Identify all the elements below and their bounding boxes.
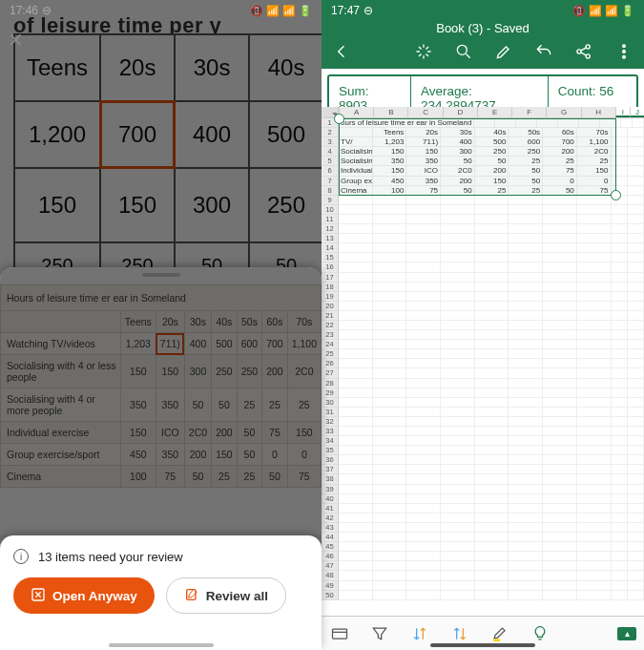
cell[interactable] bbox=[475, 485, 509, 494]
cell[interactable] bbox=[509, 311, 543, 321]
cell[interactable] bbox=[577, 359, 612, 368]
ideas-icon[interactable] bbox=[530, 623, 551, 644]
cell[interactable] bbox=[373, 581, 407, 591]
cell[interactable] bbox=[339, 427, 373, 436]
cell[interactable] bbox=[612, 283, 628, 292]
cell[interactable] bbox=[475, 302, 509, 311]
row-number[interactable]: 35 bbox=[322, 446, 339, 455]
cell[interactable] bbox=[339, 243, 373, 253]
cell[interactable] bbox=[612, 321, 628, 330]
cell[interactable] bbox=[475, 311, 509, 321]
open-anyway-button[interactable]: Open Anyway bbox=[13, 577, 155, 614]
cell[interactable] bbox=[577, 302, 612, 311]
row-number[interactable]: 5 bbox=[322, 157, 339, 166]
cell[interactable] bbox=[577, 552, 612, 561]
row-number[interactable]: 26 bbox=[322, 359, 339, 368]
cell[interactable] bbox=[406, 398, 441, 408]
cell[interactable] bbox=[577, 485, 612, 494]
row-number[interactable]: 30 bbox=[322, 398, 339, 408]
cell[interactable] bbox=[509, 417, 543, 427]
cell[interactable] bbox=[543, 533, 577, 542]
cell[interactable]: ICO bbox=[406, 166, 441, 176]
row-number[interactable]: 7 bbox=[322, 177, 339, 186]
cell[interactable] bbox=[339, 205, 373, 215]
cell[interactable] bbox=[406, 427, 441, 436]
cell[interactable] bbox=[441, 349, 475, 359]
cell[interactable] bbox=[612, 474, 628, 484]
cell[interactable] bbox=[537, 118, 558, 128]
cell[interactable] bbox=[612, 485, 628, 494]
cell[interactable] bbox=[509, 321, 543, 330]
cell[interactable] bbox=[441, 273, 475, 283]
cell[interactable] bbox=[628, 368, 644, 378]
cell[interactable] bbox=[441, 302, 475, 311]
cell[interactable] bbox=[628, 137, 644, 147]
cell[interactable] bbox=[406, 494, 441, 504]
cell[interactable] bbox=[475, 561, 509, 571]
cell[interactable] bbox=[406, 349, 441, 359]
cell[interactable] bbox=[475, 494, 509, 504]
review-all-button[interactable]: Review all bbox=[166, 577, 286, 614]
cell[interactable] bbox=[509, 581, 543, 591]
cell[interactable] bbox=[543, 224, 577, 234]
cell[interactable] bbox=[441, 398, 475, 408]
cell[interactable] bbox=[543, 581, 577, 591]
cell[interactable] bbox=[441, 283, 475, 292]
home-indicator[interactable] bbox=[430, 643, 535, 647]
cell[interactable] bbox=[612, 494, 628, 504]
cell[interactable] bbox=[577, 321, 612, 330]
cell[interactable] bbox=[509, 514, 543, 523]
cell[interactable] bbox=[543, 494, 577, 504]
cell[interactable] bbox=[373, 533, 407, 542]
cell[interactable] bbox=[628, 349, 644, 359]
cell[interactable]: 75 bbox=[406, 186, 441, 196]
cell[interactable]: 30s bbox=[441, 128, 475, 137]
cell[interactable] bbox=[475, 398, 509, 408]
cell[interactable] bbox=[628, 177, 644, 186]
cell[interactable] bbox=[612, 137, 628, 147]
cell[interactable] bbox=[612, 552, 628, 561]
cell[interactable] bbox=[628, 273, 644, 283]
cell[interactable] bbox=[558, 118, 579, 128]
cell[interactable] bbox=[406, 446, 441, 455]
more-icon[interactable] bbox=[613, 41, 634, 62]
row-number[interactable]: 42 bbox=[322, 514, 339, 523]
cell[interactable] bbox=[373, 292, 407, 302]
cell[interactable] bbox=[577, 494, 612, 504]
cell[interactable] bbox=[441, 368, 475, 378]
cell[interactable] bbox=[339, 542, 373, 552]
cell[interactable] bbox=[373, 321, 407, 330]
cell[interactable] bbox=[441, 446, 475, 455]
cell[interactable] bbox=[543, 485, 577, 494]
cell[interactable] bbox=[509, 504, 543, 514]
cell[interactable] bbox=[612, 234, 628, 243]
cell[interactable] bbox=[628, 330, 644, 340]
cell[interactable] bbox=[509, 302, 543, 311]
row-number[interactable]: 15 bbox=[322, 253, 339, 262]
cell[interactable] bbox=[441, 494, 475, 504]
cell[interactable] bbox=[543, 436, 577, 446]
column-header[interactable]: J bbox=[630, 107, 644, 117]
cell[interactable] bbox=[373, 436, 407, 446]
cell[interactable] bbox=[406, 465, 441, 474]
cell[interactable] bbox=[373, 455, 407, 465]
share-icon[interactable] bbox=[573, 41, 594, 62]
cell[interactable] bbox=[373, 215, 407, 224]
cell[interactable] bbox=[441, 292, 475, 302]
cell[interactable] bbox=[577, 514, 612, 523]
cell[interactable] bbox=[339, 446, 373, 455]
back-icon[interactable] bbox=[331, 41, 352, 62]
cell[interactable] bbox=[339, 494, 373, 504]
cell[interactable] bbox=[339, 368, 373, 378]
cell[interactable] bbox=[339, 504, 373, 514]
cell[interactable] bbox=[612, 262, 628, 272]
cell[interactable] bbox=[339, 330, 373, 340]
column-header[interactable]: E bbox=[477, 107, 511, 117]
undo-icon[interactable] bbox=[533, 41, 554, 62]
cell[interactable] bbox=[543, 311, 577, 321]
cell[interactable] bbox=[577, 542, 612, 552]
column-header[interactable]: I bbox=[615, 107, 630, 117]
cell[interactable] bbox=[441, 561, 475, 571]
cell[interactable] bbox=[339, 474, 373, 484]
cell[interactable] bbox=[543, 253, 577, 262]
